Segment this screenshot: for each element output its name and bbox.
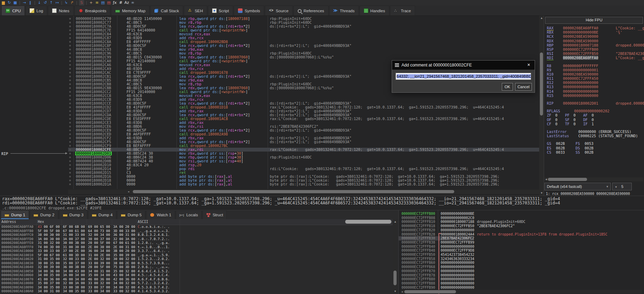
register-row[interactable]: RFLAGS0000000000000202 (547, 109, 644, 113)
disasm-row[interactable]: 0000000180002D145Fpop rdirdi:L"Cookie: _… (68, 167, 539, 171)
register-row[interactable]: R1000000208EA590000 (547, 72, 644, 76)
breakpoint-dot[interactable] (69, 145, 71, 147)
breakpoint-dot[interactable] (69, 91, 71, 93)
register-row[interactable]: R90000000000000001 (547, 68, 644, 72)
breakpoint-dot[interactable] (69, 83, 71, 85)
dump-row[interactable]: 00000208EA61000033 00 33 0037 00 2E 0036… (0, 249, 393, 253)
font-icon[interactable]: Az (124, 0, 129, 5)
patches-icon[interactable]: + (89, 0, 93, 5)
register-row[interactable]: RBX00000000000000BE'¾' (547, 30, 644, 34)
scroll-left-icon[interactable]: ◄ (401, 290, 403, 294)
tab-source[interactable]: Source (265, 6, 292, 15)
breakpoint-dot[interactable] (69, 137, 71, 139)
flags-row[interactable]: CF0TF0IF1 (547, 122, 644, 126)
breakpoint-dot[interactable] (69, 68, 71, 70)
stack-pane[interactable]: 000000EC72FFFB0000000000000000BE000000EC… (398, 210, 644, 294)
stack-row[interactable]: 000000EC72FFFB800000000000000000 (399, 277, 644, 281)
breakpoint-dot[interactable] (69, 56, 71, 58)
register-row[interactable]: RDX00000208EA590000 (547, 39, 644, 43)
breakpoint-dot[interactable] (69, 133, 71, 135)
tab-memory-map[interactable]: Memory Map (111, 6, 150, 15)
breakpoint-dot[interactable] (69, 168, 71, 170)
breakpoint-dot[interactable] (69, 106, 71, 108)
stack-row[interactable]: 000000EC72FFFB880000000000000000 (399, 281, 644, 286)
breakpoint-dot[interactable] (69, 118, 71, 120)
breakpoint-dot[interactable] (69, 130, 71, 131)
tab-watch1[interactable]: Watch 1 (146, 210, 175, 219)
stack-row[interactable]: 000000EC72FFFB48000000EC72FFF9D8 (399, 248, 644, 253)
disassembly-hscrollbar[interactable]: ◄ (68, 190, 539, 194)
tab-dump5[interactable]: Dump 5 (117, 210, 145, 219)
breakpoint-dot[interactable] (69, 114, 71, 116)
dump-row[interactable]: 00000208EA60FFE031 00 32 0030 00 3B 0020… (0, 241, 393, 245)
disasm-row[interactable]: 0000000180002D1048:83C4 20add rsp,20 (68, 163, 539, 167)
step-out-icon[interactable]: ↑ (49, 0, 53, 5)
hide-fpu-button[interactable]: Hide FPU (545, 17, 643, 24)
stack-row[interactable]: 000000EC72FFFB504541423738454232 (399, 253, 644, 257)
open-file-icon[interactable]: ▆ (1, 0, 6, 5)
scroll-thumb[interactable] (133, 190, 454, 193)
register-row[interactable]: RSI000000EC72FFFB50"2BE87BAE4230 (547, 51, 644, 56)
dump-row[interactable]: 00000208EA60FFF074 00 3D 0031 00 30 002E… (0, 245, 393, 249)
comment-input[interactable]: 64332; __io=21_2941567468_1821201458_235… (396, 73, 531, 80)
disasm-row[interactable]: 0000000180002D180000add byte ptr ds:[rax… (68, 178, 539, 182)
register-row[interactable]: R11000000EC72FFFA50 (547, 76, 644, 80)
disasm-row[interactable]: 0000000180002D1A0000add byte ptr ds:[rax… (68, 182, 539, 186)
register-row[interactable]: RIP0000000180002D01dropped.00000 (547, 101, 644, 105)
stack-row[interactable]: 000000EC72FFFB583243463630333234 (399, 257, 644, 261)
dump-row[interactable]: 00000208EA61007041 00 36 0046 00 34 0046… (0, 277, 393, 281)
breakpoint-dot[interactable] (69, 18, 71, 20)
stack-hscrollbar[interactable]: ◄ (401, 290, 642, 294)
breakpoint-dot[interactable] (69, 164, 71, 166)
disasm-row[interactable]: 0000000180002D160000add byte ptr ds:[rax… (68, 175, 539, 178)
tab-dump2[interactable]: Dump 2 (30, 210, 58, 219)
breakpoint-dot[interactable] (69, 64, 71, 66)
last-status-row[interactable]: LastError00000000 (ERROR_SUCCESS) (547, 130, 644, 134)
dump-hscrollbar[interactable] (345, 220, 391, 224)
step-over-icon[interactable]: ↺ (43, 0, 48, 5)
breakpoint-dot[interactable] (69, 110, 71, 112)
breakpoints-list-icon[interactable]: ▤ (107, 0, 111, 5)
scroll-down-icon[interactable]: ▼ (394, 289, 397, 293)
run-icon[interactable]: → (22, 0, 27, 5)
dump-row[interactable]: 00000208EA60FFA043 00 6F 006F 00 6B 0069… (0, 225, 393, 229)
tab-trace[interactable]: Trace (390, 6, 415, 15)
breakpoint-dot[interactable] (69, 79, 71, 81)
comments-icon[interactable]: ≡ (95, 0, 99, 5)
dump-row[interactable]: 00000208EA60FFD03A 00 30 003A 00 37 0030… (0, 237, 393, 241)
stop-icon[interactable]: ■ (13, 0, 17, 5)
argument-row[interactable]: 1: rcx 00000208EA590000 00000208EA590000 (544, 192, 644, 196)
tab-cpu[interactable]: CPU (1, 6, 25, 15)
tab-struct[interactable]: Struct (202, 210, 227, 219)
register-row[interactable]: RSP000000EC72FFFB00 (547, 47, 644, 51)
tab-dump3[interactable]: Dump 3 (59, 210, 87, 219)
dump-row[interactable]: 00000208EA6100105F 00 67 0061 00 3D 0031… (0, 253, 393, 257)
close-icon[interactable]: × (526, 62, 532, 68)
step-into-icon[interactable]: ↓ (37, 0, 42, 5)
tab-references[interactable]: References (294, 6, 328, 15)
dump-row[interactable]: 00000208EA61008035 00 37 0032 00 3A 0033… (0, 281, 393, 285)
favourites-icon[interactable]: ▤ (101, 0, 105, 5)
tab-call-stack[interactable]: Call Stack (150, 6, 183, 15)
breakpoint-dot[interactable] (69, 33, 71, 35)
scroll-down-icon[interactable]: ▼ (540, 191, 543, 195)
stack-row[interactable]: 000000EC72FFFB302BE87BAE42306FC2 (399, 236, 473, 240)
dump-row[interactable]: 00000208EA61009034 00 35 0033 00 38 0033… (0, 285, 393, 289)
register-row[interactable]: R150000000000000000 (547, 93, 644, 98)
stack-row[interactable]: 000000EC72FFFB100000000180007188dropped.… (399, 220, 644, 224)
breakpoint-dot[interactable] (69, 37, 71, 39)
breakpoint-dot[interactable] (69, 87, 71, 89)
breakpoint-dot[interactable] (69, 22, 71, 23)
stack-row[interactable]: 000000EC72FFFB400000000000000000 (399, 245, 644, 249)
disassembly-pane[interactable]: 0000000180002C7048:8D2D 11450000lea rbp,… (0, 16, 539, 196)
dump-row[interactable]: 00000208EA61003030 00 35 0035 00 37 0033… (0, 261, 393, 265)
tab-locals[interactable]: Locals (176, 210, 202, 219)
flags-row[interactable]: ZF0PF0AF0 (547, 113, 644, 117)
stack-row[interactable]: 000000EC72FFFB18000000EC72FFFB50"2BE87BA… (399, 224, 644, 228)
stack-row[interactable]: 000000EC72FFFB0800000000000002C0 (399, 216, 644, 220)
breakpoint-dot[interactable] (69, 149, 71, 150)
stack-row[interactable]: 000000EC72FFFB700000000000000000 (399, 269, 644, 273)
breakpoint-dot[interactable] (69, 153, 71, 154)
ok-button[interactable]: OK (502, 83, 513, 91)
segment-row[interactable]: CS0033SS002B (547, 150, 644, 154)
